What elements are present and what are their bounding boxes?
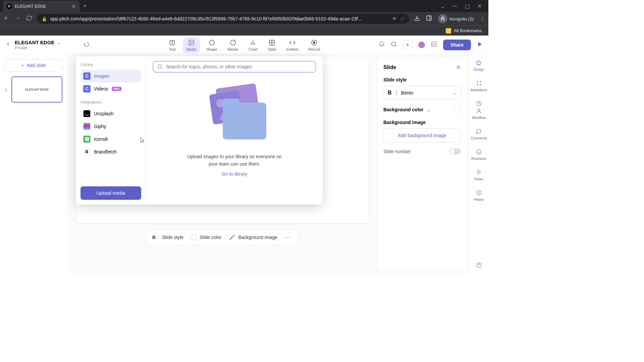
bottom-bg-image[interactable]: Background image (229, 234, 277, 241)
rail-animations-label: Animations (471, 88, 487, 92)
slide-row: 1 ELEGANT EDGE (5, 76, 62, 103)
browser-tab[interactable]: P ELEGANT EDGE ✕ (3, 1, 80, 12)
svg-point-11 (391, 42, 395, 46)
go-to-library-link[interactable]: Go to library (222, 171, 247, 177)
svg-rect-0 (427, 16, 431, 20)
add-button[interactable]: + (403, 40, 412, 50)
integration-unsplash[interactable]: ◡ Unsplash (80, 107, 141, 120)
app-back-button[interactable] (5, 42, 11, 48)
bg-color-section[interactable]: Background color ⌄ (383, 106, 461, 114)
bookmark-star-icon[interactable]: ☆ (400, 16, 405, 21)
inspector-close-button[interactable]: ✕ (456, 64, 461, 71)
eye-off-icon[interactable]: 👁 (392, 16, 397, 21)
integration-icons8[interactable]: ⬜ Icons8 (80, 133, 141, 145)
rail-notes[interactable]: Notes (474, 169, 483, 181)
tab-close-icon[interactable]: ✕ (71, 3, 76, 10)
bottom-slide-color[interactable]: Slide color (191, 234, 221, 240)
style-dots-icon: ⋮ (394, 90, 398, 95)
upload-media-button[interactable]: Upload media (80, 186, 141, 200)
tool-shape-label: Shape (207, 47, 217, 51)
share-button[interactable]: Share (443, 40, 471, 50)
icons8-icon: ⬜ (83, 135, 91, 143)
media-search-input[interactable] (166, 64, 312, 69)
incognito-indicator[interactable]: Incognito (2) (438, 14, 474, 23)
library-images[interactable]: C Images (80, 70, 141, 82)
slide-thumbnail[interactable]: ELEGANT EDGE (11, 76, 62, 103)
url-input[interactable]: 🔒 app.pitch.com/app/presentation/58f67c2… (37, 14, 409, 24)
rail-reactions[interactable]: Reactions (471, 148, 486, 161)
integration-giphy[interactable]: Giphy (80, 120, 141, 133)
tool-record[interactable]: Record (305, 37, 323, 53)
slide-number-toggle[interactable] (449, 148, 461, 155)
bell-icon[interactable] (379, 41, 385, 49)
tool-chart[interactable]: Chart (245, 37, 261, 53)
document-name: ELEGANT EDGE (15, 40, 54, 45)
browser-tab-bar: P ELEGANT EDGE ✕ + ⌄ — ▢ ✕ (0, 0, 488, 12)
tool-media[interactable]: Media (183, 37, 200, 53)
bottom-toolbar: B⋮ Slide style Slide color Background im… (146, 230, 298, 245)
bottom-more[interactable]: ⋯ (285, 234, 291, 241)
window-minimize-icon[interactable]: — (452, 3, 458, 9)
bookmark-bar: All Bookmarks (0, 25, 488, 36)
download-icon[interactable] (414, 15, 420, 22)
add-slide-button[interactable]: + Add slide (5, 59, 62, 72)
side-panel-icon[interactable] (426, 15, 432, 22)
slide-number-section: Slide number (383, 148, 461, 155)
play-button[interactable] (477, 41, 483, 49)
rail-history[interactable]: History (474, 189, 484, 201)
svg-point-4 (190, 41, 191, 42)
svg-point-19 (477, 84, 478, 85)
analytics-icon[interactable] (431, 41, 437, 49)
tool-shape[interactable]: Shape (203, 37, 221, 53)
window-close-icon[interactable]: ✕ (477, 3, 482, 9)
inspector-title: Slide (383, 64, 396, 70)
add-bg-image-button[interactable]: Add background image (383, 128, 461, 142)
search-icon[interactable] (391, 41, 397, 49)
rail-workflow[interactable]: Workflow (472, 100, 486, 120)
document-privacy: Private (15, 46, 61, 50)
slide-style-select[interactable]: B ⋮ Bento ⌄ (383, 86, 461, 100)
nav-back-icon[interactable] (3, 15, 9, 22)
tool-sticker-label: Sticker (227, 47, 238, 51)
slide-thumb-text: ELEGANT EDGE (25, 88, 49, 91)
window-maximize-icon[interactable]: ▢ (465, 3, 470, 9)
reactions-icon (475, 148, 483, 156)
window-controls: ⌄ — ▢ ✕ (440, 3, 486, 9)
slide-style-section: Slide style B ⋮ Bento ⌄ (383, 77, 461, 100)
tool-sticker[interactable]: Sticker (224, 37, 242, 53)
all-bookmarks-button[interactable]: All Bookmarks (454, 28, 482, 33)
document-title[interactable]: ELEGANT EDGE ⌄ Private (15, 39, 61, 50)
tool-embed[interactable]: Embed (283, 37, 302, 53)
chevron-down-icon: ⌄ (452, 89, 457, 96)
tool-text[interactable]: Text (165, 37, 180, 53)
chevron-down-icon: ⌄ (56, 39, 61, 46)
bg-color-swatch[interactable] (453, 106, 461, 114)
bottom-slide-style[interactable]: B⋮ Slide style (153, 234, 183, 241)
rail-animations[interactable]: Animations (471, 79, 487, 92)
theme-color-icon[interactable] (418, 42, 425, 48)
new-tab-button[interactable]: + (83, 3, 87, 10)
tool-table[interactable]: Table (264, 37, 280, 53)
rail-design[interactable]: Design (474, 59, 484, 71)
tab-search-icon[interactable]: ⌄ (440, 3, 445, 9)
integration-brandfetch[interactable]: B Brandfetch (80, 145, 141, 158)
media-search[interactable] (153, 61, 316, 72)
add-bg-label: Add background image (398, 133, 446, 138)
nav-reload-icon[interactable] (26, 15, 32, 22)
nav-forward-icon[interactable] (15, 15, 21, 22)
videos-icon: C (83, 85, 91, 93)
rail-help[interactable] (475, 261, 483, 269)
bg-color-label: Background color (383, 107, 424, 112)
undo-button[interactable] (84, 41, 90, 49)
empty-library-text: Upload images to your library so everyon… (187, 153, 282, 168)
svg-point-17 (477, 81, 478, 82)
line-icon (230, 235, 235, 240)
rail-design-label: Design (474, 68, 484, 71)
empty-text-line1: Upload images to your library so everyon… (187, 153, 282, 160)
design-icon (475, 59, 482, 66)
library-videos[interactable]: C Videos PRO (80, 82, 141, 95)
search-icon (157, 64, 163, 69)
rail-comments[interactable]: Comments (471, 128, 487, 140)
bottom-slide-color-label: Slide color (200, 235, 221, 240)
browser-menu-icon[interactable]: ⋮ (480, 16, 485, 22)
